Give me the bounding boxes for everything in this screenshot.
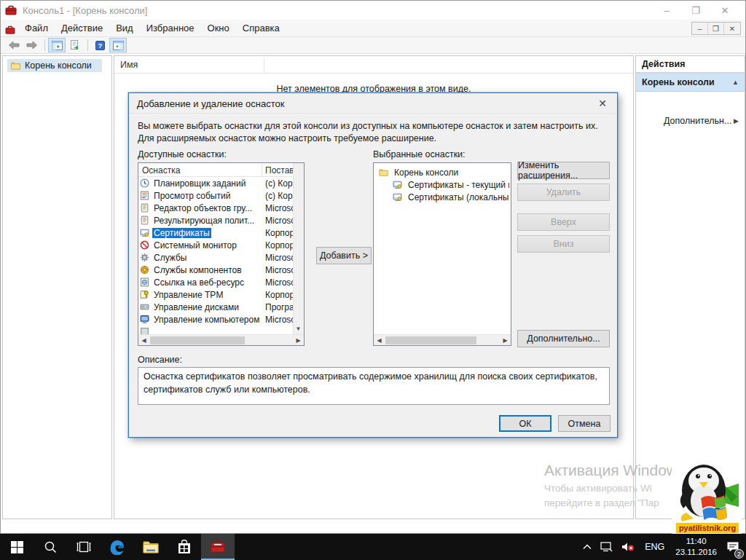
available-snapin-row[interactable]: Редактор объектов гру...Microsof bbox=[138, 202, 293, 214]
mdi-restore-button[interactable]: ❐ bbox=[708, 23, 724, 34]
menu-окно[interactable]: Окно bbox=[201, 20, 236, 36]
edit-extensions-button[interactable]: Изменить расширения... bbox=[517, 162, 610, 179]
scrollbar-thumb[interactable] bbox=[385, 336, 476, 344]
available-snapin-row[interactable]: Планировщик заданий(с) Корп bbox=[138, 177, 293, 189]
available-list-body: Планировщик заданий(с) КорпПросмотр собы… bbox=[138, 177, 293, 334]
menu-действие[interactable]: Действие bbox=[55, 20, 109, 36]
advanced-button[interactable]: Дополнительно... bbox=[517, 330, 610, 347]
menu-items: ФайлДействиеВидИзбранноеОкноСправка bbox=[18, 20, 286, 36]
forward-button[interactable] bbox=[23, 38, 41, 52]
menu-справка[interactable]: Справка bbox=[236, 20, 286, 36]
scroll-right-icon[interactable]: ▶ bbox=[293, 335, 304, 346]
show-action-pane-button[interactable] bbox=[109, 38, 127, 52]
actions-item-more[interactable]: Дополнительн... ▶ bbox=[636, 112, 745, 130]
available-snapin-row[interactable]: Управление компьютеромMicrosof bbox=[138, 313, 293, 326]
selected-tree-snapin[interactable]: Сертификаты (локальный ко bbox=[375, 191, 509, 203]
mdi-minimize-button[interactable]: – bbox=[692, 23, 708, 34]
search-button[interactable] bbox=[34, 534, 67, 560]
available-snapin-row[interactable]: Службы компонентовMicrosof bbox=[138, 264, 293, 276]
tree-node-console-root[interactable]: Корень консоли bbox=[7, 59, 102, 72]
close-button[interactable]: ✕ bbox=[710, 1, 739, 20]
scrollbar-thumb[interactable] bbox=[150, 336, 245, 344]
available-snapin-row[interactable]: Результирующая полит...Microsof bbox=[138, 214, 293, 226]
selected-snapins-list[interactable]: Корень консолиСертификаты - текущий поль… bbox=[373, 162, 511, 346]
start-button[interactable] bbox=[0, 534, 34, 560]
dialog-titlebar: Добавление и удаление оснасток ✕ bbox=[129, 93, 617, 114]
scroll-right-icon[interactable]: ▶ bbox=[500, 335, 511, 346]
snapin-name: Ссылка на веб-ресурс bbox=[152, 277, 246, 288]
menu-файл[interactable]: Файл bbox=[18, 20, 55, 36]
action-pane-icon bbox=[113, 41, 124, 50]
actions-group-console-root[interactable]: Корень консоли ▲ bbox=[636, 74, 745, 92]
restore-button[interactable]: ❐ bbox=[681, 1, 710, 20]
key-icon bbox=[140, 290, 150, 299]
tray-chevron-up-icon[interactable] bbox=[579, 534, 595, 560]
snapin-vendor: Microsof bbox=[265, 203, 293, 213]
available-snapin-row[interactable]: Просмотр событий(с) Корп bbox=[138, 189, 293, 202]
mmc-taskbar-button[interactable] bbox=[201, 534, 235, 560]
column-snapin[interactable]: Оснастка bbox=[142, 165, 180, 176]
edge-button[interactable] bbox=[101, 534, 134, 560]
column-header-name[interactable]: Имя bbox=[120, 60, 138, 70]
search-icon bbox=[44, 540, 57, 553]
menu-избранное[interactable]: Избранное bbox=[140, 20, 201, 36]
scroll-left-icon[interactable]: ◀ bbox=[374, 335, 385, 346]
show-console-tree-button[interactable] bbox=[48, 38, 66, 52]
available-snapin-row[interactable]: СертификатыКорпора bbox=[138, 226, 293, 239]
horizontal-scrollbar[interactable]: ◀ ▶ bbox=[138, 334, 304, 345]
scroll-icon bbox=[140, 203, 150, 213]
export-list-button[interactable] bbox=[66, 38, 84, 52]
console-tree-icon bbox=[52, 41, 63, 50]
language-indicator[interactable]: ENG bbox=[640, 542, 670, 552]
available-snapin-row[interactable] bbox=[138, 326, 293, 334]
snapin-vendor: Microsof bbox=[265, 253, 293, 263]
logo-site-text: pyatilistnik.org bbox=[679, 524, 736, 532]
window-controls: – ❐ ✕ bbox=[652, 1, 739, 20]
selected-tree-root[interactable]: Корень консоли bbox=[375, 166, 509, 178]
scroll-down-icon[interactable]: ▼ bbox=[293, 323, 304, 334]
available-snapin-row[interactable]: Системный мониторКорпора bbox=[138, 239, 293, 251]
available-snapin-row[interactable]: Управление TPMКорпора bbox=[138, 288, 293, 301]
back-button[interactable] bbox=[5, 38, 23, 52]
snapin-vendor: (с) Корп bbox=[265, 178, 293, 189]
mdi-close-button[interactable]: ✕ bbox=[724, 23, 740, 34]
horizontal-scrollbar[interactable]: ◀ ▶ bbox=[374, 334, 511, 345]
selected-tree-snapin[interactable]: Сертификаты - текущий поль bbox=[375, 178, 509, 191]
snapin-name: Системный монитор bbox=[152, 240, 238, 251]
move-up-button[interactable]: Вверх bbox=[517, 213, 610, 231]
task-view-button[interactable] bbox=[67, 534, 101, 560]
available-snapin-row[interactable]: СлужбыMicrosof bbox=[138, 251, 293, 264]
snapin-vendor: Корпора bbox=[265, 290, 293, 300]
description-box: Оснастка сертификатов позволяет просматр… bbox=[138, 367, 610, 405]
available-snapin-row[interactable]: Управление дискамиПрограм bbox=[138, 301, 293, 313]
notification-center-button[interactable]: 2 bbox=[723, 534, 743, 560]
snapin-vendor: Microsof bbox=[265, 277, 293, 288]
file-explorer-button[interactable] bbox=[134, 534, 168, 560]
volume-muted-icon[interactable] bbox=[618, 534, 638, 560]
clock[interactable]: 11:40 23.11.2016 bbox=[671, 536, 721, 558]
column-separator[interactable] bbox=[264, 58, 264, 72]
column-separator bbox=[262, 163, 262, 177]
edge-icon bbox=[109, 539, 125, 555]
ok-button[interactable]: ОК bbox=[499, 415, 551, 432]
cancel-button[interactable]: Отмена bbox=[558, 415, 610, 432]
actions-panel-header: Действия bbox=[636, 56, 745, 74]
scroll-left-icon[interactable]: ◀ bbox=[138, 335, 149, 346]
available-snapin-row[interactable]: Ссылка на веб-ресурсMicrosof bbox=[138, 276, 293, 288]
add-button[interactable]: Добавить > bbox=[316, 247, 372, 264]
penguin-windows-icon: pyatilistnik.org bbox=[672, 456, 742, 536]
network-icon[interactable] bbox=[597, 534, 616, 560]
menu-вид[interactable]: Вид bbox=[109, 20, 140, 36]
dialog-close-button[interactable]: ✕ bbox=[592, 95, 613, 111]
snapin-vendor: Microsof bbox=[265, 216, 293, 226]
svg-text:?: ? bbox=[98, 42, 102, 50]
selected-list-body: Корень консолиСертификаты - текущий поль… bbox=[375, 166, 509, 334]
help-button[interactable]: ? bbox=[91, 38, 109, 52]
collapse-arrow-icon[interactable]: ▲ bbox=[732, 79, 739, 86]
store-button[interactable] bbox=[168, 534, 201, 560]
vertical-scrollbar[interactable]: ▲ ▼ bbox=[293, 163, 304, 334]
remove-button[interactable]: Удалить bbox=[517, 184, 610, 201]
minimize-button[interactable]: – bbox=[652, 1, 681, 20]
move-down-button[interactable]: Вниз bbox=[517, 235, 610, 253]
available-snapins-list[interactable]: Оснастка Поставщ Планировщик заданий(с) … bbox=[138, 162, 305, 346]
